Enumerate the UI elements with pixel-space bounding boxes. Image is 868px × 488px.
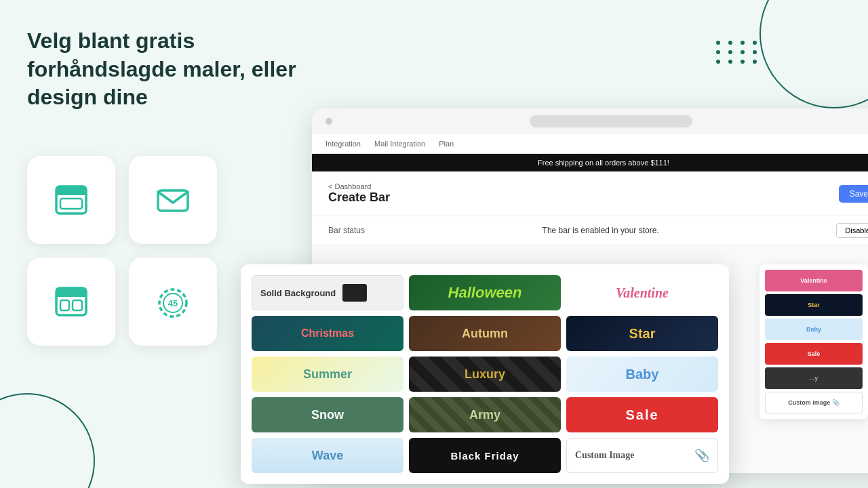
template-black-friday[interactable]: Black Friday [409, 438, 561, 473]
nav-plan: Plan [439, 140, 454, 148]
template-custom-image[interactable]: Custom Image 📎 [566, 438, 718, 473]
decoration-circle-top [760, 0, 868, 108]
svg-rect-4 [158, 190, 188, 211]
svg-rect-2 [56, 186, 86, 195]
template-solid-background[interactable]: Solid Background [252, 275, 403, 310]
paperclip-icon: 📎 [694, 448, 709, 463]
right-sidebar-mini: Valentine Star Baby Sale ...y Custom Ima… [760, 264, 868, 419]
create-bar-title: Create Bar [328, 190, 390, 205]
svg-rect-8 [60, 300, 69, 310]
template-valentine[interactable]: Valentine [566, 275, 718, 310]
bar-status-label: Bar status [328, 226, 365, 235]
save-button[interactable]: Save [839, 185, 868, 203]
template-baby[interactable]: Baby [566, 357, 718, 392]
icon-card-layout [27, 156, 115, 244]
mini-sale: Sale [765, 343, 863, 365]
svg-rect-9 [73, 300, 82, 310]
browser-dot [326, 118, 332, 125]
svg-text:45: 45 [168, 298, 178, 308]
template-overlay: Solid Background Halloween Valentine Chr… [241, 264, 729, 484]
icon-card-timer: 45 [129, 258, 217, 346]
browser-bar [312, 108, 868, 134]
dot-grid-decoration [716, 41, 760, 64]
template-summer[interactable]: Summer [252, 357, 403, 392]
mini-valentine: Valentine [765, 270, 863, 291]
svg-rect-3 [60, 199, 82, 209]
app-nav: Integration Mail Integration Plan [312, 134, 868, 154]
mini-army: ...y [765, 367, 863, 389]
template-halloween[interactable]: Halloween [409, 275, 561, 310]
template-star[interactable]: Star [566, 316, 718, 351]
main-heading: Velg blant gratis forhåndslagde maler, e… [27, 27, 312, 112]
solid-swatch [342, 284, 367, 302]
template-sale[interactable]: Sale [566, 397, 718, 432]
template-army[interactable]: Army [409, 397, 561, 432]
mini-baby: Baby [765, 319, 863, 340]
mini-custom: Custom Image 📎 [765, 392, 863, 413]
bar-status-row: Bar status The bar is enabled in your st… [312, 216, 868, 245]
create-bar-nav: < Dashboard Create Bar [328, 182, 390, 205]
browser-url-bar [530, 115, 692, 127]
nav-integration: Integration [326, 140, 361, 148]
icons-grid: 45 [27, 156, 217, 346]
promo-bar: Free shipping on all orders above $111! [312, 154, 868, 171]
icon-card-layout2 [27, 258, 115, 346]
create-bar-header: < Dashboard Create Bar Save [312, 171, 868, 216]
template-snow[interactable]: Snow [252, 397, 403, 432]
template-wave[interactable]: Wave [252, 438, 403, 473]
decoration-circle-bottom [0, 393, 95, 488]
template-autumn[interactable]: Autumn [409, 316, 561, 351]
template-luxury[interactable]: Luxury [409, 357, 561, 392]
left-content: Velg blant gratis forhåndslagde maler, e… [27, 27, 312, 132]
nav-mail: Mail Integration [374, 140, 425, 148]
template-grid: Solid Background Halloween Valentine Chr… [252, 275, 718, 473]
disable-button[interactable]: Disable [836, 223, 868, 238]
bar-status-text: The bar is enabled in your store. [542, 226, 659, 235]
mini-star: Star [765, 294, 863, 316]
mail-icon [153, 180, 193, 220]
svg-rect-7 [56, 288, 86, 297]
layout-icon [51, 180, 92, 220]
layout2-icon [51, 281, 92, 322]
timer-icon: 45 [153, 281, 193, 322]
back-link[interactable]: < Dashboard [328, 182, 390, 190]
icon-card-mail [129, 156, 217, 244]
template-christmas[interactable]: Christmas [252, 316, 403, 351]
